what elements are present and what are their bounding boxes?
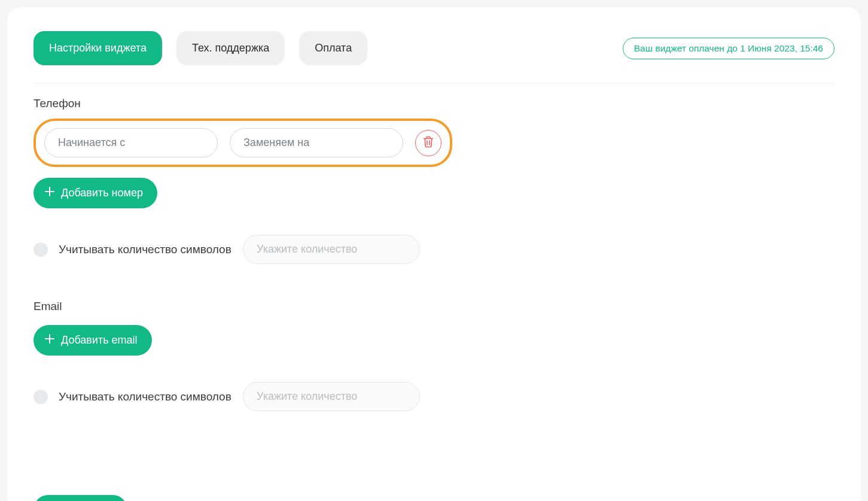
phone-count-chars-radio[interactable]	[33, 242, 48, 257]
save-button[interactable]: Сохранить	[33, 495, 127, 501]
delete-phone-rule-button[interactable]	[415, 130, 441, 156]
email-count-input	[243, 382, 420, 411]
email-count-chars-row: Учитывать количество символов	[33, 382, 835, 411]
plus-icon	[44, 333, 55, 347]
add-email-button[interactable]: Добавить email	[33, 325, 152, 356]
tab-tech-support[interactable]: Тех. поддержка	[176, 31, 285, 65]
add-phone-label: Добавить номер	[61, 187, 143, 199]
phone-replace-with-input[interactable]	[230, 128, 403, 157]
trash-icon	[423, 136, 434, 150]
phone-count-input	[243, 235, 420, 264]
plus-icon	[44, 186, 55, 200]
email-section-label: Email	[33, 300, 835, 313]
paid-until-badge: Ваш виджет оплачен до 1 Июня 2023, 15:46	[623, 38, 835, 59]
phone-count-chars-row: Учитывать количество символов	[33, 235, 835, 264]
phone-rule-row	[33, 119, 452, 167]
email-count-chars-radio[interactable]	[33, 390, 48, 404]
add-phone-button[interactable]: Добавить номер	[33, 178, 157, 208]
tabs: Настройки виджета Тех. поддержка Оплата	[33, 31, 367, 65]
phone-starts-with-input[interactable]	[44, 128, 218, 157]
phone-section-label: Телефон	[33, 97, 835, 110]
tab-payment[interactable]: Оплата	[299, 31, 367, 65]
settings-card: Настройки виджета Тех. поддержка Оплата …	[7, 7, 861, 501]
phone-count-chars-label: Учитывать количество символов	[59, 243, 232, 256]
topbar: Настройки виджета Тех. поддержка Оплата …	[33, 31, 835, 84]
tab-widget-settings[interactable]: Настройки виджета	[33, 31, 162, 65]
email-count-chars-label: Учитывать количество символов	[59, 390, 232, 403]
add-email-label: Добавить email	[61, 334, 138, 347]
